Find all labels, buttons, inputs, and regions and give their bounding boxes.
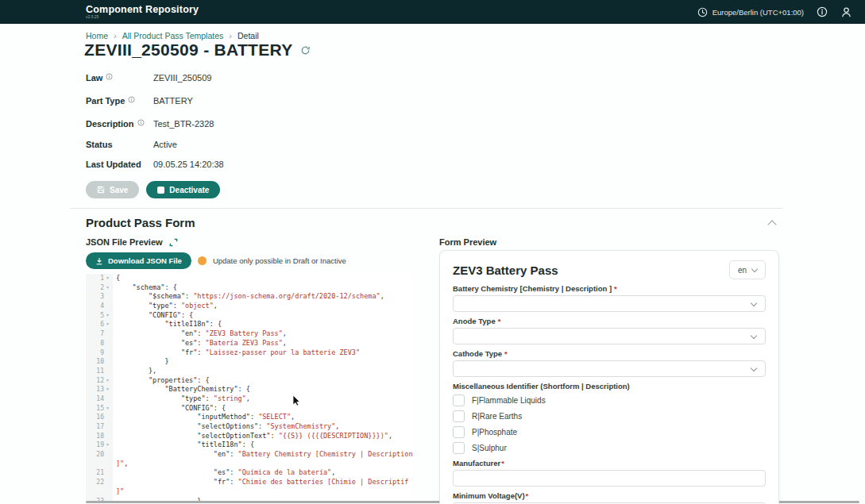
field-label: Status bbox=[86, 140, 113, 149]
timezone-selector[interactable]: Europe/Berlin (UTC+01:00) bbox=[697, 7, 804, 17]
checkbox-label: F|Flammable Liquids bbox=[472, 396, 546, 405]
detail-row: Law ZEVIII_250509 bbox=[86, 73, 211, 83]
breadcrumb-separator: › bbox=[229, 31, 232, 40]
last-updated-value: 09.05.25 14:20:38 bbox=[153, 160, 224, 169]
refresh-icon[interactable] bbox=[300, 45, 311, 56]
fold-icon[interactable]: ▾ bbox=[104, 441, 111, 450]
info-icon[interactable] bbox=[106, 73, 113, 80]
checkbox-row: P|Phosphate bbox=[453, 426, 766, 438]
update-note: Update only possible in Draft or Inactiv… bbox=[213, 256, 346, 265]
phosphate-checkbox[interactable] bbox=[453, 426, 465, 438]
app-version: v2.5.25 bbox=[86, 15, 199, 19]
fold-icon[interactable]: ▾ bbox=[104, 274, 111, 283]
required-marker: * bbox=[526, 491, 529, 500]
download-json-label: Download JSON File bbox=[108, 256, 182, 265]
field-label: Law bbox=[86, 73, 102, 83]
code-line: 4 "type": "object", bbox=[86, 302, 413, 311]
clock-icon bbox=[697, 7, 708, 17]
stop-icon bbox=[157, 187, 164, 194]
fold-icon[interactable]: ▾ bbox=[104, 320, 111, 329]
code-lines: 1▾{2▾ "schema": {3 "$schema": "https://j… bbox=[86, 274, 413, 502]
save-label: Save bbox=[110, 186, 128, 194]
code-line: 21 "es": "Química de la batería", bbox=[86, 468, 413, 478]
checkbox-label: R|Rare Earths bbox=[472, 412, 522, 421]
code-line: 8 "es": "Batería ZEV3 Pass", bbox=[86, 339, 413, 348]
form-preview-card: ZEV3 Battery Pass en Battery Chemistry [… bbox=[439, 250, 779, 504]
detail-row: Description Test_BTR-2328 bbox=[86, 119, 214, 129]
code-line: 15▾ "CONFIG": { bbox=[86, 404, 413, 414]
code-line: 19▾ "titleI18n": { bbox=[86, 441, 413, 450]
info-icon[interactable] bbox=[137, 119, 145, 126]
code-line: 12▾ "properties": { bbox=[86, 376, 413, 386]
checkbox-row: S|Sulphur bbox=[453, 442, 766, 454]
save-icon bbox=[97, 186, 105, 194]
rare-earths-checkbox[interactable] bbox=[453, 410, 465, 422]
required-marker: * bbox=[614, 284, 617, 293]
breadcrumb: Home › All Product Pass Templates › Deta… bbox=[86, 31, 259, 40]
code-line: 10 } bbox=[86, 357, 413, 367]
chevron-down-icon bbox=[751, 300, 757, 306]
download-icon bbox=[95, 257, 103, 265]
info-icon[interactable] bbox=[817, 6, 828, 17]
code-line: 7 "en": "ZEV3 Battery Pass", bbox=[86, 329, 413, 339]
checkbox-label: S|Sulphur bbox=[472, 444, 507, 452]
form-preview-label: Form Preview bbox=[439, 237, 496, 247]
code-line: 20 "en": "Battery Chemistry [Chemistry |… bbox=[86, 450, 413, 460]
detail-row: Part Type BATTERY bbox=[86, 96, 193, 106]
breadcrumb-templates[interactable]: All Product Pass Templates bbox=[122, 31, 224, 40]
chevron-down-icon bbox=[751, 365, 757, 371]
mouse-cursor bbox=[292, 394, 301, 406]
fold-icon[interactable]: ▾ bbox=[104, 311, 111, 321]
fold-icon[interactable]: ▾ bbox=[104, 283, 111, 293]
misc-identifier-label: Miscellaneous Identifier (Shortform | De… bbox=[453, 382, 766, 391]
warning-dot-icon bbox=[198, 256, 207, 265]
cathode-type-select[interactable] bbox=[453, 360, 766, 377]
deactivate-button[interactable]: Deactivate bbox=[146, 181, 220, 198]
chevron-down-icon bbox=[751, 333, 757, 339]
anode-type-select[interactable] bbox=[453, 328, 766, 344]
code-line: 11 }, bbox=[86, 367, 413, 376]
detail-row: Status Active bbox=[86, 140, 177, 149]
code-line: 22 "fr": "Chimie des batteries [Chimie |… bbox=[86, 478, 413, 487]
language-select[interactable]: en bbox=[729, 260, 766, 279]
manufacturer-input[interactable] bbox=[453, 470, 766, 487]
fold-icon[interactable]: ▾ bbox=[104, 385, 111, 394]
collapse-section-icon[interactable] bbox=[767, 220, 776, 229]
field-value: Test_BTR-2328 bbox=[153, 119, 214, 129]
battery-chemistry-select[interactable] bbox=[453, 295, 766, 312]
deactivate-label: Deactivate bbox=[169, 186, 209, 194]
app-title: Component Repository v2.5.25 bbox=[86, 5, 199, 20]
checkbox-row: R|Rare Earths bbox=[453, 410, 766, 422]
detail-row: Last Updated 09.05.25 14:20:38 bbox=[86, 160, 224, 169]
status-value: Active bbox=[153, 140, 177, 149]
fold-icon[interactable]: ▾ bbox=[104, 376, 111, 386]
manufacturer-label: Manufacturer* bbox=[453, 459, 766, 467]
user-icon[interactable] bbox=[840, 6, 852, 18]
field-label: Part Type bbox=[86, 96, 125, 106]
breadcrumb-home[interactable]: Home bbox=[86, 31, 108, 40]
download-json-button[interactable]: Download JSON File bbox=[86, 252, 191, 269]
required-marker: * bbox=[501, 459, 504, 467]
save-button[interactable]: Save bbox=[86, 181, 139, 198]
flammable-liquids-checkbox[interactable] bbox=[453, 394, 465, 406]
required-marker: * bbox=[498, 317, 501, 325]
timezone-label: Europe/Berlin (UTC+01:00) bbox=[712, 8, 804, 17]
checkbox-row: F|Flammable Liquids bbox=[453, 394, 766, 406]
field-label: Last Updated bbox=[86, 160, 141, 169]
field-value: ZEVIII_250509 bbox=[153, 73, 211, 83]
breadcrumb-detail: Detail bbox=[237, 31, 259, 40]
code-line: 17 "selectOptions": "SystemChemistry", bbox=[86, 422, 413, 432]
info-icon[interactable] bbox=[128, 96, 135, 103]
sulphur-checkbox[interactable] bbox=[453, 442, 465, 454]
fold-icon[interactable]: ▾ bbox=[104, 404, 111, 414]
required-marker: * bbox=[504, 349, 508, 358]
code-line: 18 "selectOptionText": "{{S}} ({{{DESCRI… bbox=[86, 432, 413, 441]
code-line: 2▾ "schema": { bbox=[86, 283, 413, 293]
code-line: 1▾{ bbox=[86, 274, 413, 283]
expand-icon[interactable] bbox=[169, 238, 178, 247]
code-line: ]", bbox=[86, 460, 413, 469]
code-line: 13▾ "BatteryChemistry": { bbox=[86, 385, 413, 394]
json-code-editor[interactable]: 1▾{2▾ "schema": {3 "$schema": "https://j… bbox=[86, 274, 413, 502]
min-voltage-label: Minimum Voltage(V)* bbox=[453, 491, 766, 500]
checkbox-label: P|Phosphate bbox=[472, 428, 517, 437]
